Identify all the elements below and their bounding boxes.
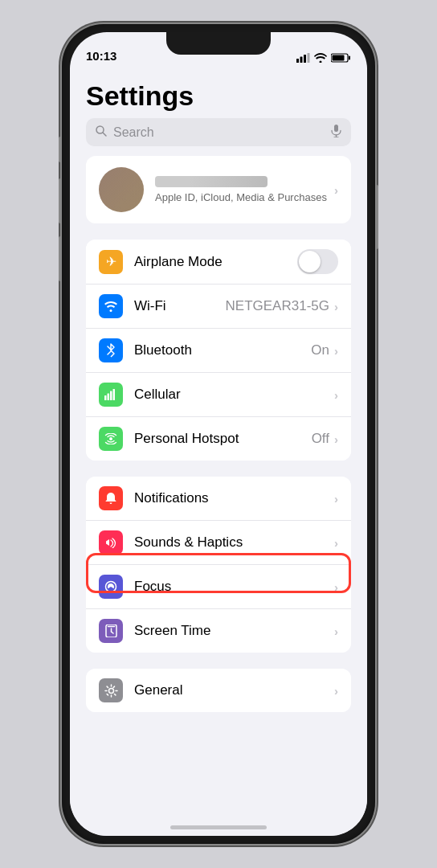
- battery-icon: [331, 53, 351, 63]
- svg-point-12: [110, 309, 112, 312]
- svg-rect-9: [334, 125, 338, 132]
- profile-row[interactable]: Apple ID, iCloud, Media & Purchases ›: [86, 156, 351, 223]
- notifications-row[interactable]: Notifications ›: [86, 477, 351, 521]
- svg-point-26: [108, 688, 113, 693]
- airplane-label: Airplane Mode: [134, 254, 297, 270]
- svg-rect-18: [110, 391, 112, 401]
- focus-icon: [99, 575, 123, 599]
- notch: [166, 32, 271, 55]
- svg-rect-2: [304, 55, 306, 63]
- signal-icon: [296, 53, 310, 63]
- wifi-row[interactable]: Wi-Fi NETGEAR31-5G ›: [86, 285, 351, 329]
- screentime-label: Screen Time: [134, 623, 334, 639]
- search-placeholder: Search: [113, 125, 325, 140]
- svg-rect-6: [333, 55, 345, 61]
- bluetooth-row[interactable]: Bluetooth On ›: [86, 329, 351, 373]
- airplane-toggle[interactable]: [297, 249, 338, 274]
- svg-rect-17: [108, 394, 110, 401]
- wifi-chevron: ›: [334, 300, 338, 313]
- bluetooth-icon: [99, 338, 123, 362]
- hotspot-row[interactable]: Personal Hotspot Off ›: [86, 417, 351, 461]
- focus-chevron: ›: [334, 580, 338, 594]
- profile-info: Apple ID, iCloud, Media & Purchases: [155, 176, 334, 203]
- general-label: General: [134, 682, 334, 698]
- home-indicator[interactable]: [170, 825, 267, 829]
- volume-up-button[interactable]: [59, 178, 62, 223]
- svg-line-24: [111, 632, 113, 633]
- sounds-label: Sounds & Haptics: [134, 534, 334, 551]
- avatar: [99, 167, 144, 212]
- power-button[interactable]: [375, 185, 378, 249]
- bluetooth-value: On: [311, 342, 329, 358]
- svg-marker-21: [106, 539, 109, 546]
- focus-label: Focus: [134, 579, 334, 595]
- airplane-mode-row[interactable]: ✈ Airplane Mode: [86, 240, 351, 285]
- svg-line-14: [108, 351, 111, 354]
- hotspot-chevron: ›: [334, 432, 338, 446]
- bluetooth-chevron: ›: [334, 344, 338, 358]
- notifications-section: Notifications › Sounds & Haptics: [86, 477, 351, 653]
- svg-point-20: [109, 437, 112, 440]
- cellular-row[interactable]: Cellular ›: [86, 373, 351, 417]
- general-icon: [99, 678, 123, 702]
- notifications-chevron: ›: [334, 492, 338, 506]
- focus-row[interactable]: Focus ›: [86, 565, 351, 609]
- svg-rect-19: [113, 389, 116, 400]
- screentime-icon: [99, 619, 123, 643]
- phone-screen: 10:13: [70, 32, 367, 836]
- cellular-icon: [99, 383, 123, 407]
- wifi-value: NETGEAR31-5G: [226, 298, 329, 314]
- volume-down-button[interactable]: [59, 236, 62, 281]
- hotspot-icon: [99, 427, 123, 451]
- sounds-chevron: ›: [334, 536, 338, 550]
- sounds-icon: [99, 530, 123, 555]
- status-time: 10:13: [86, 49, 116, 63]
- bluetooth-label: Bluetooth: [134, 342, 311, 358]
- page-title: Settings: [70, 68, 367, 118]
- wifi-status-icon: [314, 53, 327, 63]
- connectivity-section: ✈ Airplane Mode: [86, 240, 351, 461]
- profile-subtitle: Apple ID, iCloud, Media & Purchases: [155, 191, 334, 203]
- profile-name-blur: [155, 176, 268, 187]
- toggle-knob: [299, 251, 321, 272]
- general-row[interactable]: General ›: [86, 669, 351, 712]
- cellular-chevron: ›: [334, 388, 338, 402]
- svg-rect-16: [104, 395, 107, 400]
- wifi-icon: [99, 294, 123, 318]
- status-icons: [296, 53, 351, 63]
- profile-chevron: ›: [334, 183, 338, 197]
- search-icon: [96, 125, 107, 139]
- svg-rect-1: [300, 57, 303, 63]
- svg-line-8: [103, 133, 106, 136]
- microphone-icon: [331, 125, 341, 140]
- svg-rect-3: [308, 53, 310, 63]
- screentime-row[interactable]: Screen Time ›: [86, 609, 351, 653]
- screentime-chevron: ›: [334, 624, 338, 638]
- hotspot-label: Personal Hotspot: [134, 431, 312, 447]
- svg-rect-5: [349, 56, 350, 60]
- airplane-icon: ✈: [99, 250, 123, 274]
- search-bar[interactable]: Search: [86, 118, 351, 146]
- hotspot-value: Off: [312, 431, 329, 447]
- notifications-icon: [99, 486, 123, 510]
- general-section: General ›: [86, 669, 351, 712]
- phone-frame: 10:13: [62, 24, 375, 844]
- cellular-label: Cellular: [134, 387, 334, 403]
- sounds-row[interactable]: Sounds & Haptics ›: [86, 521, 351, 565]
- notifications-label: Notifications: [134, 490, 334, 506]
- wifi-label: Wi-Fi: [134, 298, 226, 314]
- general-chevron: ›: [334, 684, 338, 698]
- screen-content: Settings Search: [70, 68, 367, 836]
- mute-button[interactable]: [59, 137, 62, 162]
- svg-rect-0: [296, 59, 299, 63]
